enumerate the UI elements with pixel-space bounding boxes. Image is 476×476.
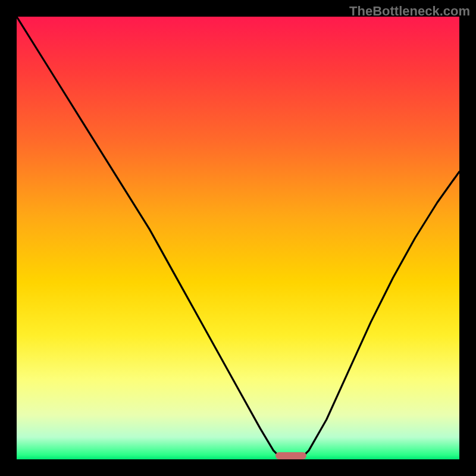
optimal-marker [275, 452, 306, 459]
curve-path [17, 17, 459, 459]
bottleneck-curve [17, 17, 459, 459]
chart-frame: TheBottleneck.com [0, 0, 476, 476]
watermark-text: TheBottleneck.com [349, 4, 470, 19]
chart-plot-area [17, 17, 459, 459]
